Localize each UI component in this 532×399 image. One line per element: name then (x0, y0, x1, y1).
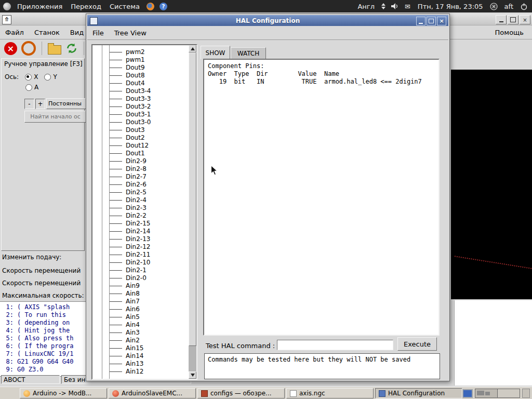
execute-button[interactable]: Execute (397, 337, 437, 351)
manual-control-tab[interactable]: Ручное управление [F3] (1, 58, 85, 69)
tree-item[interactable]: Dout3-1 (92, 111, 189, 118)
radio-axis-y[interactable] (44, 74, 51, 81)
jog-plus-button[interactable]: + (35, 99, 45, 109)
tree-item[interactable]: Ain9 (92, 282, 189, 290)
tree-item[interactable]: Din2-10 (92, 259, 189, 267)
jog-minus-button[interactable]: - (24, 99, 34, 109)
machine-power-button[interactable] (21, 41, 36, 56)
open-file-button[interactable] (48, 45, 61, 55)
tree-item[interactable]: Dout4 (92, 79, 189, 87)
places-menu[interactable]: Переход (66, 3, 105, 10)
menu-file[interactable]: File (87, 29, 109, 37)
workspace-1[interactable] (475, 389, 497, 397)
task-axis-ngc[interactable]: axis.ngc (286, 388, 374, 398)
tree-item[interactable]: Dout2 (92, 134, 189, 142)
tree-item[interactable]: Ain4 (92, 321, 189, 329)
close-button[interactable]: × (437, 17, 446, 25)
menu-machine[interactable]: Станок (29, 29, 65, 36)
tree-item[interactable]: pwm1 (92, 56, 189, 64)
scroll-down-arrow[interactable] (189, 371, 196, 379)
task-configs-browser[interactable]: configs — обозре... (197, 388, 285, 398)
radio-axis-a[interactable] (25, 84, 32, 91)
maximize-button[interactable] (427, 17, 436, 25)
tree-item[interactable]: Ain3 (92, 329, 189, 337)
tree-item[interactable]: pwm2 (92, 48, 189, 56)
tree-item[interactable]: Dout3-2 (92, 103, 189, 111)
show-output-area[interactable]: Component Pins: Owner Type Dir Value Nam… (203, 59, 440, 336)
tree-scrollbar[interactable] (189, 45, 196, 379)
tree-item[interactable]: Ain12 (92, 368, 189, 376)
test-hal-command-input[interactable] (277, 340, 393, 350)
tree-item[interactable]: Din2-4 (92, 196, 189, 204)
status-circle-icon[interactable] (487, 3, 500, 10)
tree-item[interactable]: Ain5 (92, 313, 189, 321)
menu-file[interactable]: Файл (0, 29, 29, 36)
applications-menu[interactable]: Приложения (13, 3, 66, 10)
tree-item[interactable]: Din2-9 (92, 157, 189, 165)
help-launcher-icon[interactable]: ? (159, 3, 167, 10)
tree-item[interactable]: Din2-12 (92, 243, 189, 251)
tree-item[interactable]: Din2-6 (92, 181, 189, 189)
tree-item[interactable]: Ain7 (92, 298, 189, 305)
gcode-preview-plot[interactable] (451, 70, 532, 299)
tree-item[interactable]: Din2-0 (92, 274, 189, 282)
task-arduino-modbus[interactable]: Arduino -> ModB... (20, 388, 107, 398)
tree-item[interactable]: Din2-15 (92, 220, 189, 228)
tree-item[interactable]: Dout3-3 (92, 95, 189, 103)
minimize-button[interactable] (496, 15, 507, 24)
system-menu[interactable]: Система (105, 3, 144, 10)
mail-notification-icon[interactable]: ✉ (405, 3, 410, 10)
keyboard-layout-indicator[interactable]: Англ (353, 3, 379, 10)
scrollbar-track[interactable] (189, 52, 196, 371)
tree-item[interactable]: Ain2 (92, 337, 189, 344)
tree-item[interactable]: Ain13 (92, 360, 189, 368)
minimize-button[interactable] (416, 17, 425, 25)
tree-item[interactable]: Dout3 (92, 126, 189, 134)
maximize-button[interactable] (508, 15, 518, 24)
trash-applet-icon[interactable] (522, 389, 530, 398)
tree-item[interactable]: Dout3-4 (92, 87, 189, 95)
tree-item[interactable]: Din2-11 (92, 251, 189, 259)
firefox-launcher-icon[interactable] (147, 3, 154, 10)
tree-item[interactable]: Ain6 (92, 305, 189, 313)
tab-show[interactable]: SHOW (201, 46, 230, 59)
radio-axis-x[interactable] (25, 74, 32, 81)
close-button[interactable]: × (520, 15, 530, 24)
estop-button[interactable]: × (4, 42, 17, 55)
scroll-up-arrow[interactable] (189, 45, 196, 52)
right-text-pane[interactable] (454, 300, 532, 385)
user-name[interactable]: aft (500, 3, 517, 10)
tree-item[interactable]: Ain15 (92, 344, 189, 352)
menu-tree-view[interactable]: Tree View (109, 29, 152, 37)
menu-help[interactable]: Помощь (490, 29, 532, 36)
tree-item[interactable]: Dout3-0 (92, 118, 189, 126)
home-axis-button[interactable]: Найти начало ос (24, 111, 86, 123)
tree-item[interactable]: Ain8 (92, 290, 189, 298)
tree-item[interactable]: Dout9 (92, 64, 189, 72)
tree-item[interactable]: Din2-8 (92, 165, 189, 173)
task-hal-configuration[interactable]: HAL Configuration (375, 388, 462, 398)
tree-item[interactable]: Din2-13 (92, 235, 189, 243)
tree-item[interactable]: Dout8 (92, 72, 189, 79)
tree-item[interactable]: Dout1 (92, 150, 189, 157)
reload-button[interactable] (65, 42, 78, 55)
jog-mode-combobox[interactable]: Постоянны (46, 98, 89, 109)
tree-item[interactable]: Din2-14 (92, 228, 189, 235)
scrollbar-thumb[interactable] (189, 52, 196, 346)
tree-item[interactable]: Dout12 (92, 142, 189, 150)
tree-item[interactable]: Din2-5 (92, 189, 189, 196)
distributor-logo-icon[interactable] (3, 3, 11, 10)
tree-item[interactable]: Din2-1 (92, 267, 189, 274)
tree-item[interactable]: Din2-3 (92, 204, 189, 212)
power-icon[interactable] (517, 3, 532, 10)
pin-tree[interactable]: pwm2 pwm1 Dout9 Dout8 (92, 45, 189, 379)
tree-item[interactable]: Din2-7 (92, 173, 189, 181)
layout-switch-icon[interactable] (381, 3, 385, 9)
task-arduino-slave-emc[interactable]: ArduinoSlaveEMC... (109, 388, 196, 398)
workspace-2[interactable] (497, 389, 520, 397)
tree-item[interactable]: Din2-2 (92, 212, 189, 220)
tab-watch[interactable]: WATCH (231, 47, 266, 59)
volume-icon[interactable] (388, 3, 402, 10)
clock[interactable]: Птн, 17 Янв, 23:05 (414, 3, 487, 10)
show-desktop-icon[interactable] (462, 389, 473, 398)
